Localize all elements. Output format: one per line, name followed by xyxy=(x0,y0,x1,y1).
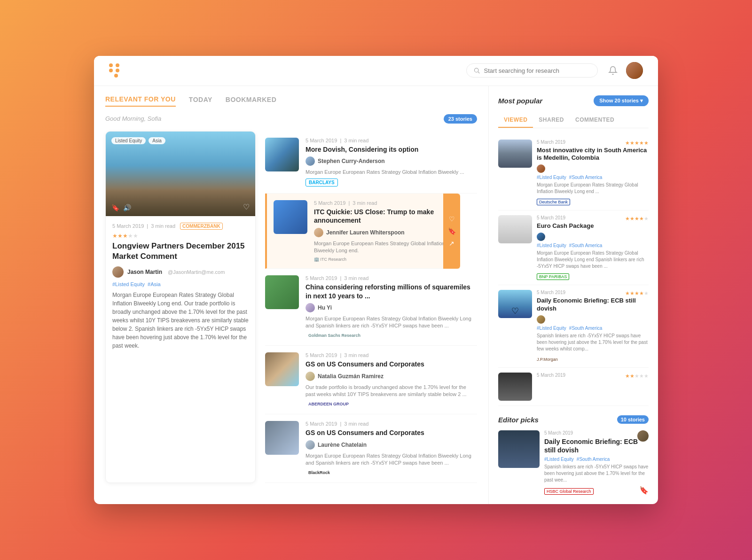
brand-hsbc: HSBC Global Research xyxy=(544,488,594,495)
editor-picks-stories-count[interactable]: 10 stories xyxy=(617,415,649,424)
featured-brand: COMMERZBANK xyxy=(180,223,223,230)
article-author-row-4: Natalia Guzmán Ramirez xyxy=(306,372,477,381)
logo[interactable] xyxy=(109,63,126,78)
editor-tag-1[interactable]: #Listed Equity xyxy=(544,457,574,462)
brand-goldman: Goldman Sachs Research xyxy=(306,332,363,339)
popular-article-1[interactable]: 5 March 2019 ★★★★★ Most innovative city … xyxy=(498,135,649,211)
editor-tags: #Listed Equity #South America xyxy=(544,457,649,462)
right-panel: Most popular Show 20 stories ▾ VIEWED SH… xyxy=(489,86,658,505)
app-window: RELEVANT FOR YOU TODAY BOOKMARKED Good M… xyxy=(94,56,658,505)
article-excerpt-1: Morgan Europe European Rates Strategy Gl… xyxy=(306,169,477,176)
featured-article-tags: #Listed Equity #Asia xyxy=(112,281,249,287)
editor-picks-header: Editor picks 10 stories xyxy=(498,415,649,424)
popular-author-avatar-3 xyxy=(537,315,545,324)
list-item[interactable]: 5 March 2019 | 3 min read More Dovish, C… xyxy=(265,131,477,194)
highlight-heart-icon[interactable]: ♡ xyxy=(449,215,455,223)
popular-tabs: VIEWED SHARED COMMENTED xyxy=(498,114,649,128)
featured-date: 5 March 2019 xyxy=(112,223,144,229)
article-readtime-3: 3 min read xyxy=(344,275,368,281)
article-author-avatar-1 xyxy=(306,156,315,166)
show-stories-button[interactable]: Show 20 stories ▾ xyxy=(594,95,649,106)
popular-tag-3b[interactable]: #South America xyxy=(569,326,603,331)
popular-author-avatar-2 xyxy=(537,233,545,241)
article-date-5: 5 March 2019 xyxy=(306,421,337,427)
featured-actions: 🔖 🔊 xyxy=(111,204,131,211)
featured-stars: ★★★★★ xyxy=(112,233,249,239)
popular-stars-4: ★★★★★ xyxy=(625,373,649,379)
article-content-4: 5 March 2019 | 3 min read GS on US Consu… xyxy=(306,352,477,407)
editor-picks-title: Editor picks xyxy=(498,416,539,424)
editor-author-avatar xyxy=(637,430,649,442)
popular-tags-2: #Listed Equity #South America xyxy=(537,243,649,248)
editor-article[interactable]: 5 March 2019 Daily Economic Briefing: EC… xyxy=(498,430,649,495)
brand-bnp: BNP PARIBAS xyxy=(537,273,569,280)
like-icon[interactable]: ♡ xyxy=(243,203,250,211)
popular-tag-3a[interactable]: #Listed Equity xyxy=(537,326,566,331)
popular-article-3[interactable]: ♡ 5 March 2019 ★★★★★ Daily Economic Brie… xyxy=(498,285,649,368)
featured-tag-2[interactable]: Asia xyxy=(149,137,165,144)
search-input[interactable] xyxy=(484,67,591,74)
popular-author-row-2 xyxy=(537,233,649,241)
tab-bookmarked[interactable]: BOOKMARKED xyxy=(226,96,276,106)
article-brand-3: Goldman Sachs Research xyxy=(306,332,477,339)
search-bar[interactable] xyxy=(466,63,598,78)
tab-relevant[interactable]: RELEVANT FOR YOU xyxy=(105,95,176,107)
svg-point-0 xyxy=(474,68,478,72)
article-author-avatar-5 xyxy=(306,440,315,450)
featured-excerpt: Morgan Europe European Rates Strategy Gl… xyxy=(112,291,249,350)
popular-tab-shared[interactable]: SHARED xyxy=(533,114,570,128)
notification-bell[interactable] xyxy=(605,63,620,78)
article-author-avatar-4 xyxy=(306,372,315,381)
highlight-bookmark-icon[interactable]: 🔖 xyxy=(448,227,456,235)
featured-read-time: 3 min read xyxy=(151,223,175,229)
article-readtime-5: 3 min read xyxy=(344,421,368,427)
featured-tags: Listed Equity Asia xyxy=(111,137,165,144)
featured-inline-tag-1[interactable]: #Listed Equity xyxy=(112,281,145,287)
list-item[interactable]: 5 March 2019 | 3 min read China consider… xyxy=(265,269,477,346)
featured-inline-tag-2[interactable]: #Asia xyxy=(148,281,161,287)
popular-tag-2b[interactable]: #South America xyxy=(569,243,603,248)
popular-brand-2: BNP PARIBAS xyxy=(537,272,649,280)
feed-section: RELEVANT FOR YOU TODAY BOOKMARKED Good M… xyxy=(94,86,489,505)
popular-article-4[interactable]: 5 March 2019 ★★★★★ xyxy=(498,368,649,406)
list-item[interactable]: 5 March 2019 | 3 min read GS on US Consu… xyxy=(265,414,477,483)
highlight-share-icon[interactable]: ↗ xyxy=(449,240,454,247)
article-meta-4: 5 March 2019 | 3 min read xyxy=(306,352,477,358)
article-date-3: 5 March 2019 xyxy=(306,275,337,281)
logo-dot-3 xyxy=(109,69,113,72)
article-title-3: China considering reforsting millions of… xyxy=(306,283,477,300)
bookmark-icon[interactable]: 🔖 xyxy=(111,204,119,211)
featured-card[interactable]: Listed Equity Asia 🔖 🔊 ♡ 5 M xyxy=(105,131,256,483)
popular-tab-commented[interactable]: COMMENTED xyxy=(570,114,620,128)
popular-tag-1b[interactable]: #South America xyxy=(569,175,603,180)
list-item-highlighted[interactable]: 5 March 2019 | 3 min read ITC Quickie: U… xyxy=(265,194,460,269)
avatar[interactable] xyxy=(626,62,643,79)
popular-title-2: Euro Cash Package xyxy=(537,222,649,230)
logo-dot-1 xyxy=(109,63,113,67)
popular-thumb-1 xyxy=(498,140,532,168)
article-title-5: GS on US Consumers and Corporates xyxy=(306,428,477,437)
logo-dot-4 xyxy=(116,69,119,72)
featured-like: ♡ xyxy=(243,202,250,211)
popular-tag-1a[interactable]: #Listed Equity xyxy=(537,175,566,180)
popular-content-4: 5 March 2019 ★★★★★ xyxy=(537,373,649,380)
article-author-avatar-3 xyxy=(306,303,315,312)
popular-excerpt-2: Morgan Europe European Rates Strategy Gl… xyxy=(537,250,649,270)
list-item[interactable]: 5 March 2019 | 3 min read GS on US Consu… xyxy=(265,346,477,414)
featured-tag-1[interactable]: Listed Equity xyxy=(111,137,146,144)
editor-excerpt: Spanish linkers are rich -5Yx5Y HICP swa… xyxy=(544,464,649,483)
stories-count-badge[interactable]: 23 stories xyxy=(444,114,477,124)
audio-icon[interactable]: 🔊 xyxy=(123,204,131,211)
editor-bookmark-icon[interactable]: 🔖 xyxy=(639,486,649,495)
editor-tag-2[interactable]: #South America xyxy=(577,457,610,462)
popular-tab-viewed[interactable]: VIEWED xyxy=(498,114,533,128)
popular-tag-2a[interactable]: #Listed Equity xyxy=(537,243,566,248)
featured-author-row: Jason Martin @JasonMartin@me.com xyxy=(112,266,249,278)
article-content-1: 5 March 2019 | 3 min read More Dovish, C… xyxy=(306,138,477,187)
tab-today[interactable]: TODAY xyxy=(189,96,212,106)
popular-excerpt-1: Morgan Europe European Rates Strategy Gl… xyxy=(537,182,649,195)
article-brand-1: BARCLAYS xyxy=(306,179,477,187)
article-excerpt-4: Our trade portfolio is broadly unchanged… xyxy=(306,384,477,398)
article-title-2: ITC Quickie: US Close: Trump to make ann… xyxy=(314,208,454,225)
popular-article-2[interactable]: 5 March 2019 ★★★★★ Euro Cash Package #Li… xyxy=(498,210,649,285)
